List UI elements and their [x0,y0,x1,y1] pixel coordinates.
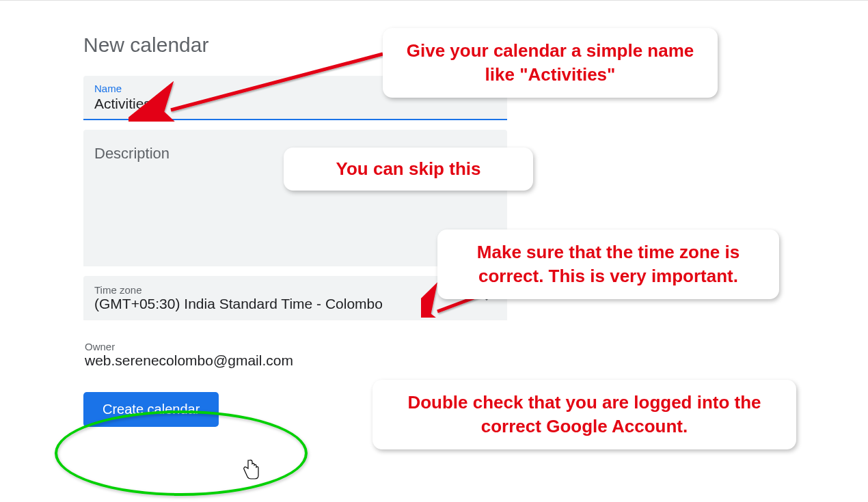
owner-value: web.serenecolombo@gmail.com [85,352,293,368]
annotation-owner-tip: Double check that you are logged into th… [372,380,796,449]
annotation-name-tip: Give your calendar a simple name like "A… [383,28,718,98]
annotation-description-tip: You can skip this [284,148,533,191]
timezone-label: Time zone [94,284,483,296]
name-input[interactable] [94,96,496,112]
owner-field: Owner web.serenecolombo@gmail.com [83,330,507,369]
cursor-pointer-icon [243,459,260,479]
timezone-value: (GMT+05:30) India Standard Time - Colomb… [94,296,383,311]
annotation-timezone-tip: Make sure that the time zone is correct.… [437,229,779,299]
owner-label: Owner [85,341,506,352]
create-calendar-button[interactable]: Create calendar [83,392,219,427]
